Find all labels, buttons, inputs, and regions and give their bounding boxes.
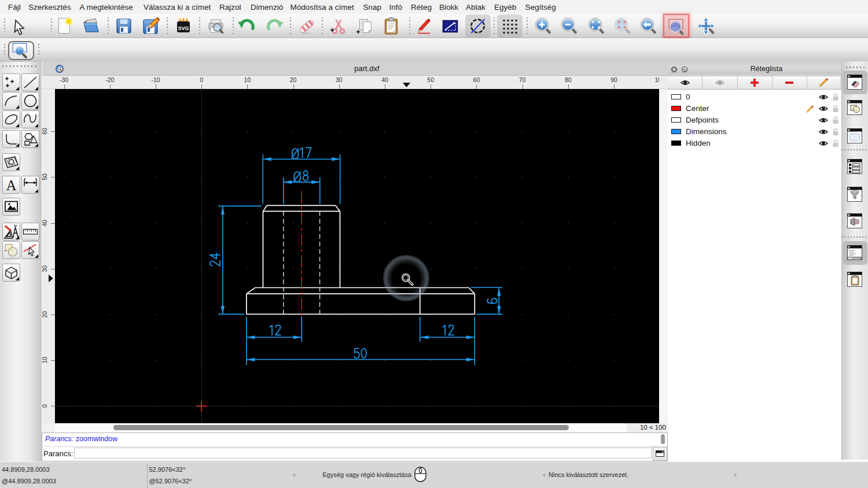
svg-text:A: A xyxy=(6,178,16,193)
svg-text:< command: < command xyxy=(849,257,862,260)
